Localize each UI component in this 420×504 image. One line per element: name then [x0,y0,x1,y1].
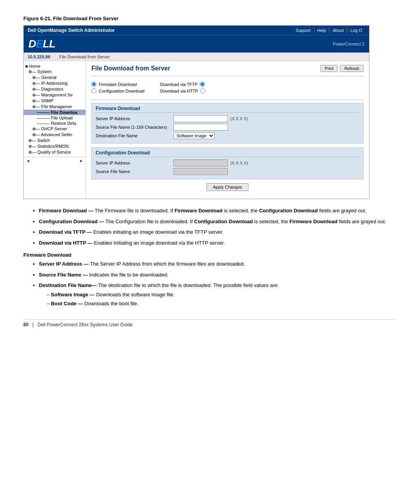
config-source-file-input[interactable] [173,168,228,175]
left-radio-group: Firmware Download Configuration Download [91,82,144,93]
sidebar-item-general[interactable]: ⊕— General [24,75,86,80]
sidebar-bottom: ◄ ► [24,157,86,164]
firmware-source-file-row: Source File Name (1-159 Characters) [96,124,359,131]
firmware-download-radio-row[interactable]: Firmware Download [91,82,144,87]
breadcrumb-text: File Download from Server [59,54,110,59]
firmware-bullet-server-ip: Server IP Address — The Server IP Addres… [39,260,397,268]
config-source-file-label: Source File Name [96,169,173,174]
sidebar-item-advanced[interactable]: ⊕— Advanced Settin [24,132,86,138]
firmware-section: Firmware Download Server IP Address (X.X… [91,103,364,144]
bullet-firmware: Firmware Download — The Firmware file is… [39,207,397,215]
sub-bullets: Software Image — Downloads the software … [39,291,397,308]
sidebar-item-ip[interactable]: ⊕— IP Addressing [24,80,86,86]
footer-text: Dell PowerConnect 28xx Systems User Guid… [37,322,133,327]
logoff-link[interactable]: Log O [347,27,365,33]
page-number: 80 [23,322,28,327]
apply-changes-button[interactable]: Apply Changes [206,183,249,191]
sidebar-right-btn[interactable]: ► [79,159,83,163]
app-window: Dell OpenManage Switch Administrator Sup… [23,25,369,199]
bullet-tftp: Download via TFTP — Enables initiating a… [39,228,397,236]
config-download-radio[interactable] [91,88,96,93]
page-footer: 80 | Dell PowerConnect 28xx Systems User… [23,319,397,327]
page-title: File Download from Server [91,65,170,72]
sidebar-item-restore[interactable]: ——— Restore Defa [24,121,86,126]
tftp-radio-row[interactable]: Download via TFTP [160,82,205,87]
firmware-section-header: Firmware Download [96,106,359,113]
header-bar: DELL PowerConnect 2 [24,35,369,52]
sidebar-item-home[interactable]: ■ Home [24,63,86,69]
description-section: Firmware Download — The Firmware file is… [23,207,397,308]
firmware-dest-file-row: Destination File Name Software Image Boo… [96,132,359,139]
app-title: Dell OpenManage Switch Administrator [28,28,115,33]
sidebar-item-filemgr[interactable]: ⊕— File Managemer [24,104,86,110]
sidebar: ■ Home ⊕— System ⊕— General ⊕— IP Addres… [24,61,86,199]
bullet-config: Configuration Download — The Configurati… [39,218,397,226]
right-radio-group: Download via TFTP Download via HTTP [160,82,205,93]
sidebar-item-dhcp[interactable]: ⊕— DHCP Server [24,126,86,132]
sidebar-item-fileupload[interactable]: ——— File Upload [24,115,86,121]
firmware-server-ip-input[interactable] [173,115,228,122]
breadcrumb-bar: 10.5.225.88 File Download from Server [24,52,369,61]
http-label: Download via HTTP [160,89,198,93]
firmware-bullet-source-file: Source File Name — Indicates the file to… [39,271,397,279]
help-link[interactable]: Help [314,27,329,33]
config-server-ip-input[interactable] [173,159,228,166]
http-radio-row[interactable]: Download via HTTP [160,88,205,93]
about-link[interactable]: About [329,27,347,33]
sidebar-item-system[interactable]: ⊕— System [24,69,86,75]
config-server-ip-row: Server IP Address (X.X.X.X) [96,159,359,166]
firmware-source-file-input[interactable] [173,124,228,131]
bullet-http: Download via HTTP — Enables initiating a… [39,239,397,247]
top-nav-bar: Dell OpenManage Switch Administrator Sup… [24,26,369,35]
config-server-ip-label: Server IP Address [96,161,173,165]
sub-bullet-software: Software Image — Downloads the software … [47,291,397,299]
firmware-dest-file-label: Destination File Name [96,133,173,138]
sidebar-item-snmp[interactable]: ⊕— SNMP [24,98,86,104]
sidebar-left-btn[interactable]: ◄ [26,159,30,163]
refresh-button[interactable]: Refresh [340,65,364,72]
firmware-download-radio[interactable] [91,82,96,87]
support-link[interactable]: Support [292,27,314,33]
content-panel: File Download from Server Print Refresh … [86,61,369,199]
print-button[interactable]: Print [320,65,338,72]
powerconnect-text: PowerConnect 2 [333,42,364,46]
top-buttons: Print Refresh [320,65,364,72]
config-server-ip-hint: (X.X.X.X) [230,161,248,165]
firmware-server-ip-hint: (X.X.X.X) [230,116,248,121]
tftp-label: Download via TFTP [160,82,197,87]
sub-bullet-boot: Boot Code — Downloads the boot file. [47,300,397,308]
http-radio[interactable] [200,88,205,93]
config-download-label: Configuration Download [99,89,144,93]
figure-title: Figure 6-21. File Download From Server [23,16,397,21]
ip-address: 10.5.225.88 [28,54,50,59]
config-source-file-row: Source File Name [96,168,359,175]
config-section-header: Configuration Download [96,150,359,157]
firmware-bullets: Server IP Address — The Server IP Addres… [23,260,397,308]
footer-separator: | [32,322,33,327]
sidebar-item-switch[interactable]: ⊕— Switch [24,138,86,144]
firmware-section-heading: Firmware Download [23,252,397,258]
sidebar-item-qos[interactable]: ⊕— Quality of Service [24,149,86,155]
sidebar-item-filedownload[interactable]: ——— File Downloa [24,110,86,115]
config-download-radio-row[interactable]: Configuration Download [91,88,144,93]
config-section: Configuration Download Server IP Address… [91,147,364,179]
sidebar-item-diagnostics[interactable]: ⊕— Diagnostics [24,86,86,92]
main-area: ■ Home ⊕— System ⊕— General ⊕— IP Addres… [24,61,369,199]
radio-section: Firmware Download Configuration Download… [91,79,364,96]
firmware-server-ip-label: Server IP Address [96,116,173,121]
firmware-server-ip-row: Server IP Address (X.X.X.X) [96,115,359,122]
nav-links: Support Help About Log O [292,27,365,33]
firmware-source-file-label: Source File Name (1-159 Characters) [96,125,173,130]
firmware-bullet-dest-file: Destination File Name— The destination f… [39,282,397,308]
tftp-radio[interactable] [200,82,205,87]
firmware-dest-file-select[interactable]: Software Image Boot Code [173,132,215,139]
firmware-download-label: Firmware Download [99,82,137,87]
sidebar-item-mgmt[interactable]: ⊕— Management Se [24,92,86,98]
dell-logo: DELL [28,38,55,50]
sidebar-item-stats[interactable]: ⊕— Statistics/RMON [24,144,86,149]
main-bullets: Firmware Download — The Firmware file is… [23,207,397,247]
